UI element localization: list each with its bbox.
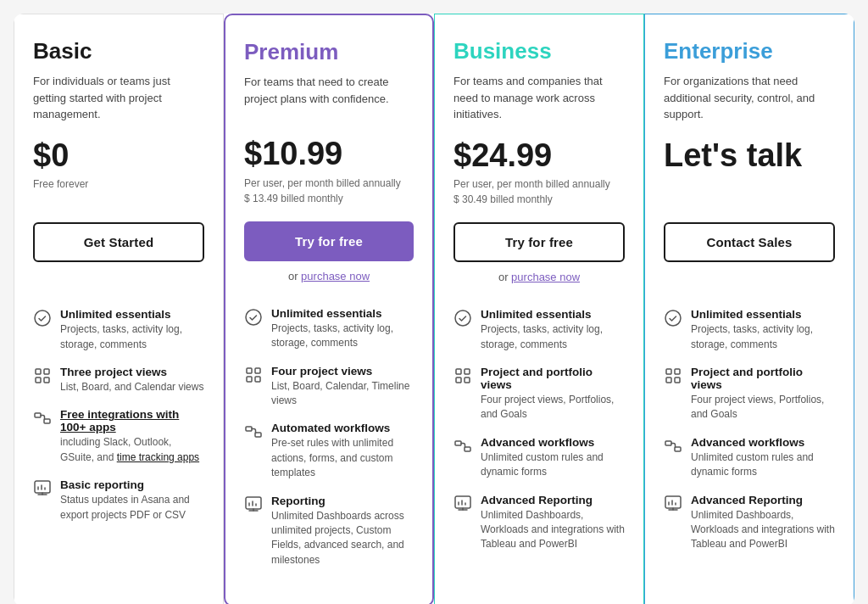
feature-title-link-basic-2[interactable]: Free integrations with 100+ apps — [60, 408, 179, 433]
svg-point-8 — [246, 310, 261, 325]
svg-rect-12 — [255, 377, 260, 382]
plan-price-note-premium: Per user, per month billed annually$ 13.… — [244, 176, 414, 206]
purchase-now-link-premium[interactable]: purchase now — [301, 270, 370, 282]
check-circle-icon-premium-0 — [244, 308, 263, 327]
feature-title-premium-0: Unlimited essentials — [271, 307, 414, 320]
cta-button-premium[interactable]: Try for free — [244, 221, 414, 261]
feature-desc-enterprise-2: Unlimited custom rules and dynamic forms — [691, 450, 835, 480]
feature-title-business-2: Advanced workflows — [481, 436, 625, 449]
grid-icon-premium-1 — [244, 366, 263, 384]
workflow-icon-business-2 — [453, 437, 472, 456]
svg-rect-9 — [247, 368, 252, 373]
plan-price-note-business: Per user, per month billed annually$ 30.… — [453, 176, 625, 207]
check-circle-icon-business-0 — [453, 309, 472, 327]
svg-rect-7 — [35, 481, 50, 493]
feature-text-business-2: Advanced workflowsUnlimited custom rules… — [481, 436, 625, 480]
plan-name-business: Business — [453, 38, 625, 64]
feature-item-enterprise-3: Advanced ReportingUnlimited Dashboards, … — [664, 494, 835, 552]
purchase-now-row-premium: or purchase now — [244, 270, 414, 288]
feature-text-enterprise-1: Project and portfolio viewsFour project … — [691, 366, 835, 422]
feature-desc-enterprise-1: Four project views, Portfolios, and Goal… — [691, 393, 835, 422]
workflow-icon-basic-2 — [33, 409, 52, 428]
check-circle-icon-enterprise-0 — [664, 309, 682, 327]
feature-title-basic-2: Free integrations with 100+ apps — [60, 408, 204, 433]
feature-title-premium-3: Reporting — [271, 495, 414, 507]
feature-item-premium-0: Unlimited essentialsProjects, tasks, act… — [244, 307, 414, 351]
feature-desc-business-1: Four project views, Portfolios, and Goal… — [481, 393, 625, 422]
chart-icon-premium-3 — [244, 495, 263, 514]
feature-desc-premium-3: Unlimited Dashboards across unlimited pr… — [271, 509, 414, 568]
feature-item-enterprise-1: Project and portfolio viewsFour project … — [664, 366, 835, 422]
feature-desc-premium-2: Pre-set rules with unlimited actions, fo… — [271, 436, 414, 480]
feature-title-premium-2: Automated workflows — [271, 422, 414, 434]
feature-text-basic-2: Free integrations with 100+ appsincludin… — [60, 408, 204, 465]
svg-point-0 — [35, 310, 50, 326]
feature-item-basic-1: Three project viewsList, Board, and Cale… — [33, 366, 204, 394]
svg-rect-28 — [675, 378, 680, 383]
feature-item-premium-3: ReportingUnlimited Dashboards across unl… — [244, 495, 414, 568]
feature-item-business-2: Advanced workflowsUnlimited custom rules… — [453, 436, 625, 480]
svg-rect-29 — [665, 441, 671, 445]
feature-desc-enterprise-3: Unlimited Dashboards, Workloads and inte… — [691, 508, 835, 552]
purchase-now-row-enterprise — [664, 271, 835, 289]
feature-title-basic-3: Basic reporting — [60, 478, 204, 491]
plan-price-premium: $10.99 — [244, 137, 414, 172]
pricing-grid: BasicFor individuals or teams just getti… — [14, 14, 854, 604]
svg-rect-5 — [35, 413, 41, 417]
svg-rect-19 — [456, 378, 461, 383]
feature-title-enterprise-0: Unlimited essentials — [691, 308, 835, 321]
plan-card-premium: PremiumFor teams that need to create pro… — [224, 14, 434, 604]
feature-text-premium-2: Automated workflowsPre-set rules with un… — [271, 422, 414, 480]
feature-desc-basic-1: List, Board, and Calendar views — [60, 380, 203, 394]
feature-desc-link-basic-2[interactable]: time tracking apps — [117, 451, 199, 463]
feature-desc-basic-2: including Slack, Outlook, GSuite, and ti… — [60, 435, 204, 465]
feature-title-enterprise-2: Advanced workflows — [691, 436, 835, 449]
plan-name-basic: Basic — [33, 38, 204, 64]
plan-description-business: For teams and companies that need to man… — [453, 73, 625, 123]
svg-rect-11 — [247, 377, 252, 382]
cta-button-basic[interactable]: Get Started — [33, 222, 204, 262]
svg-rect-17 — [456, 369, 461, 374]
plan-card-business: BusinessFor teams and companies that nee… — [434, 14, 644, 604]
feature-text-enterprise-0: Unlimited essentialsProjects, tasks, act… — [691, 308, 835, 352]
svg-rect-21 — [455, 441, 461, 445]
svg-rect-26 — [675, 369, 680, 374]
feature-text-basic-1: Three project viewsList, Board, and Cale… — [60, 366, 203, 394]
cta-button-business[interactable]: Try for free — [453, 222, 625, 262]
plan-card-enterprise: EnterpriseFor organizations that need ad… — [644, 14, 854, 604]
svg-rect-10 — [255, 368, 260, 373]
feature-title-basic-1: Three project views — [60, 366, 203, 378]
feature-title-enterprise-3: Advanced Reporting — [691, 494, 835, 506]
grid-icon-enterprise-1 — [664, 366, 682, 385]
feature-title-basic-0: Unlimited essentials — [60, 308, 204, 321]
purchase-now-row-business: or purchase now — [453, 271, 625, 289]
feature-item-basic-0: Unlimited essentialsProjects, tasks, act… — [33, 308, 204, 352]
plan-card-basic: BasicFor individuals or teams just getti… — [14, 14, 224, 604]
feature-title-enterprise-1: Project and portfolio views — [691, 366, 835, 391]
feature-title-business-3: Advanced Reporting — [481, 494, 625, 506]
svg-rect-15 — [246, 497, 261, 509]
plan-price-basic: $0 — [33, 138, 204, 174]
feature-text-business-0: Unlimited essentialsProjects, tasks, act… — [481, 308, 625, 352]
svg-point-24 — [665, 310, 681, 326]
feature-text-business-3: Advanced ReportingUnlimited Dashboards, … — [481, 494, 625, 552]
feature-item-enterprise-2: Advanced workflowsUnlimited custom rules… — [664, 436, 835, 480]
features-list-premium: Unlimited essentialsProjects, tasks, act… — [244, 307, 414, 568]
feature-item-basic-3: Basic reportingStatus updates in Asana a… — [33, 478, 204, 523]
plan-price-note-enterprise — [664, 176, 835, 207]
cta-button-enterprise[interactable]: Contact Sales — [664, 222, 835, 262]
plan-description-premium: For teams that need to create project pl… — [244, 74, 414, 121]
chart-icon-business-3 — [453, 495, 472, 513]
feature-title-premium-1: Four project views — [271, 365, 414, 378]
feature-text-enterprise-3: Advanced ReportingUnlimited Dashboards, … — [691, 494, 835, 552]
plan-name-premium: Premium — [244, 39, 414, 65]
feature-text-enterprise-2: Advanced workflowsUnlimited custom rules… — [691, 436, 835, 480]
features-list-basic: Unlimited essentialsProjects, tasks, act… — [33, 308, 204, 523]
features-list-enterprise: Unlimited essentialsProjects, tasks, act… — [664, 308, 835, 552]
purchase-now-link-business[interactable]: purchase now — [511, 271, 580, 283]
chart-icon-basic-3 — [33, 479, 52, 498]
svg-rect-25 — [666, 369, 671, 374]
plan-description-enterprise: For organizations that need additional s… — [664, 73, 835, 123]
svg-rect-1 — [36, 369, 41, 374]
feature-desc-premium-1: List, Board, Calendar, Timeline views — [271, 379, 414, 409]
